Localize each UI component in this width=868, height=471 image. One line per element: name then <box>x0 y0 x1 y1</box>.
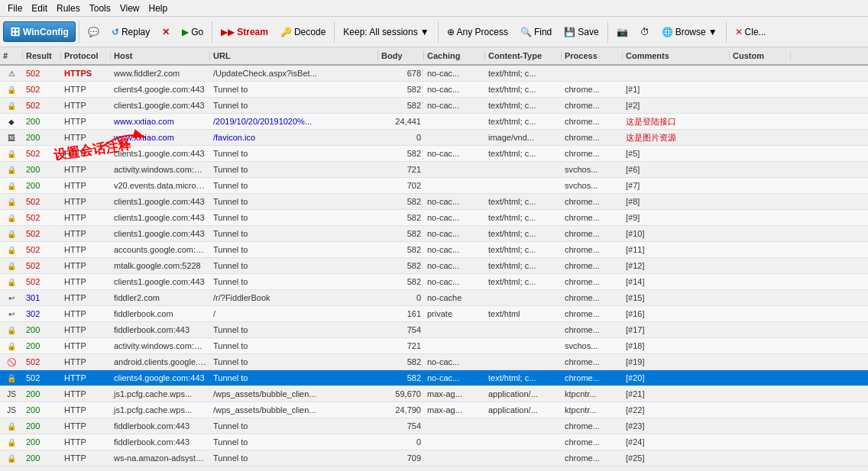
col-number[interactable]: # <box>0 51 23 60</box>
remove-button[interactable]: ✕ <box>157 24 175 40</box>
cell-url: Tunnel to <box>210 276 378 287</box>
cell-comments: [#11] <box>623 244 730 255</box>
menu-help[interactable]: Help <box>144 2 173 15</box>
keep-button[interactable]: Keep: All sessions ▼ <box>338 24 434 40</box>
cell-host: clients1.google.com:443 <box>111 148 210 159</box>
table-row[interactable]: 🔒 502 HTTP clients4.google.com:443 Tunne… <box>0 370 868 386</box>
cell-protocol: HTTP <box>61 340 111 351</box>
find-button[interactable]: 🔍 Find <box>515 24 557 40</box>
menu-rules[interactable]: Rules <box>52 2 85 15</box>
table-row[interactable]: ⚠ 502 HTTPS www.fiddler2.com /UpdateChec… <box>0 66 868 82</box>
cell-protocol: HTTP <box>61 437 111 447</box>
cell-comments: [#8] <box>623 196 730 207</box>
col-content-type[interactable]: Content-Type <box>485 51 562 60</box>
cell-comments: [#10] <box>623 228 730 239</box>
cell-caching: no-cac... <box>424 244 485 255</box>
table-row[interactable]: 🔒 502 HTTP clients1.google.com:443 Tunne… <box>0 98 868 114</box>
browse-button[interactable]: 🌐 Browse ▼ <box>656 24 723 40</box>
cell-caching: no-cac... <box>424 228 485 239</box>
separator-2 <box>212 21 212 43</box>
cell-content-type: text/html; c... <box>485 148 562 159</box>
cell-protocol: HTTP <box>61 84 111 95</box>
table-row[interactable]: 🔒 502 HTTP mtalk.google.com:5228 Tunnel … <box>0 258 868 274</box>
decode-button[interactable]: 🔑 Decode <box>275 24 331 40</box>
row-icon: 🚫 <box>0 357 23 367</box>
col-protocol[interactable]: Protocol <box>61 51 111 60</box>
col-body[interactable]: Body <box>378 51 424 60</box>
cell-comments: [#5] <box>623 148 730 159</box>
table-row[interactable]: 🚫 502 HTTP android.clients.google.co... … <box>0 354 868 370</box>
separator-5 <box>607 21 608 43</box>
chat-button[interactable]: 💬 <box>83 24 105 40</box>
cell-protocol: HTTP <box>61 453 111 463</box>
cell-content-type <box>485 297 562 298</box>
clear-label: Cle... <box>745 27 766 37</box>
col-result[interactable]: Result <box>23 51 61 60</box>
table-row[interactable]: ↩ 301 HTTP fiddler2.com /r/?FiddlerBook … <box>0 290 868 306</box>
table-row[interactable]: 🔒 502 HTTP clients1.google.com:443 Tunne… <box>0 274 868 290</box>
cell-caching: no-cac... <box>424 84 485 95</box>
col-custom[interactable]: Custom <box>730 51 791 60</box>
table-row[interactable]: 🔒 200 HTTP fiddlerbook.com:443 Tunnel to… <box>0 322 868 338</box>
table-row[interactable]: 🔒 200 HTTP activity.windows.com:443 Tunn… <box>0 162 868 178</box>
cell-result: 301 <box>23 292 61 303</box>
cell-content-type: text/html; c... <box>485 196 562 207</box>
table-row[interactable]: 🔒 502 HTTP clients1.google.com:443 Tunne… <box>0 210 868 226</box>
cell-host: clients1.google.com:443 <box>111 212 210 223</box>
table-row[interactable]: 🔒 502 HTTP clients1.google.com:443 Tunne… <box>0 146 868 162</box>
cell-comments: [#21] <box>623 389 730 399</box>
process-button[interactable]: ⊕ Any Process <box>442 24 513 40</box>
col-caching[interactable]: Caching <box>424 51 485 60</box>
separator-3 <box>334 21 335 43</box>
cell-process: chrome... <box>562 373 623 383</box>
col-host[interactable]: Host <box>111 51 210 60</box>
table-row[interactable]: 🔒 502 HTTP clients1.google.com:443 Tunne… <box>0 194 868 210</box>
menu-edit[interactable]: Edit <box>27 2 52 15</box>
save-button[interactable]: 💾 Save <box>559 24 604 40</box>
table-row[interactable]: 🔒 502 HTTP clients1.google.com:443 Tunne… <box>0 226 868 242</box>
cell-caching <box>424 425 485 427</box>
timer-button[interactable]: ⏱ <box>635 24 655 40</box>
cell-result: 200 <box>23 116 61 127</box>
table-row[interactable]: 🔒 502 HTTP clients4.google.com:443 Tunne… <box>0 82 868 98</box>
table-row[interactable]: 🔒 200 HTTP v20.events.data.microsof... T… <box>0 178 868 194</box>
table-row[interactable]: 🔒 200 HTTP fiddlerbook.com:443 Tunnel to… <box>0 434 868 450</box>
cell-host: clients1.google.com:443 <box>111 276 210 287</box>
cell-body: 582 <box>378 148 424 159</box>
table-row[interactable]: ↩ 302 HTTP fiddlerbook.com / 161 private… <box>0 306 868 322</box>
winconfig-button[interactable]: ⊞ WinConfig <box>3 21 76 42</box>
table-row[interactable]: ◆ 200 HTTP www.xxtiao.com /2019/10/20/20… <box>0 114 868 130</box>
table-row[interactable]: 🔒 502 HTTP accounts.google.com:443 Tunne… <box>0 242 868 258</box>
table-row[interactable]: 🔒 200 HTTP ws-na.amazon-adsystem.... Tun… <box>0 450 868 466</box>
col-url[interactable]: URL <box>210 51 378 60</box>
menu-file[interactable]: File <box>3 2 27 15</box>
table-row[interactable]: JS 200 HTTP js1.pcfg.cache.wps... /wps_a… <box>0 402 868 418</box>
table-row[interactable]: JS 200 HTTP js1.pcfg.cache.wps... /wps_a… <box>0 386 868 402</box>
cell-body: 0 <box>378 132 424 143</box>
cell-content-type: text/html; c... <box>485 228 562 239</box>
replay-button[interactable]: ↺ Replay <box>106 24 155 40</box>
col-process[interactable]: Process <box>562 51 623 60</box>
table-row[interactable]: 🖼 200 HTTP www.xxtiao.com /favicon.ico 0… <box>0 130 868 146</box>
cell-caching: max-ag... <box>424 405 485 415</box>
go-button[interactable]: ▶ Go <box>177 24 209 40</box>
table-row[interactable]: 🔒 200 HTTP activity.windows.com:443 Tunn… <box>0 338 868 354</box>
menu-tools[interactable]: Tools <box>85 2 115 15</box>
cell-body: 709 <box>378 453 424 463</box>
menu-view[interactable]: View <box>115 2 144 15</box>
x-icon: ✕ <box>162 27 170 37</box>
session-list: ⚠ 502 HTTPS www.fiddler2.com /UpdateChec… <box>0 66 868 471</box>
cell-custom <box>730 217 791 218</box>
cell-protocol: HTTPS <box>61 68 111 79</box>
save-icon: 💾 <box>564 27 575 37</box>
cell-body: 754 <box>378 324 424 335</box>
col-comments[interactable]: Comments <box>623 51 730 60</box>
cell-process: chrome... <box>562 453 623 463</box>
stream-button[interactable]: ▶▶ Stream <box>215 24 274 40</box>
table-row[interactable]: 🔒 200 HTTP fiddlerbook.com:443 Tunnel to… <box>0 418 868 434</box>
cell-url: /favicon.ico <box>210 132 378 143</box>
cell-host: clients4.google.com:443 <box>111 373 210 383</box>
clear-button[interactable]: ✕ Cle... <box>730 24 772 40</box>
screenshot-button[interactable]: 📷 <box>611 24 633 40</box>
cell-url: Tunnel to <box>210 180 378 191</box>
